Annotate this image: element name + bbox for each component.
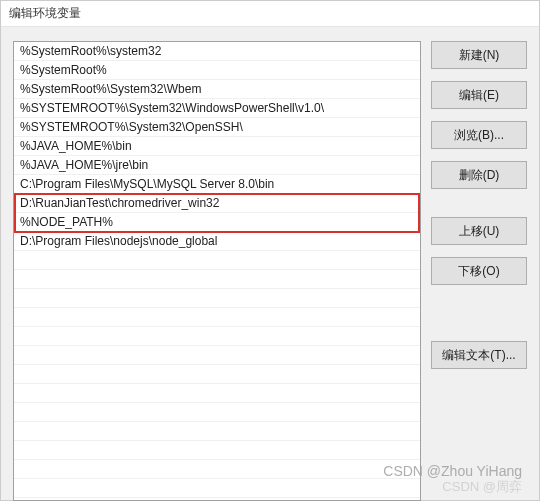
- list-item[interactable]: [14, 422, 420, 441]
- list-item[interactable]: [14, 384, 420, 403]
- window-title: 编辑环境变量: [9, 5, 81, 22]
- edit-text-button[interactable]: 编辑文本(T)...: [431, 341, 527, 369]
- env-var-list[interactable]: %SystemRoot%\system32%SystemRoot%%System…: [13, 41, 421, 501]
- button-column: 新建(N) 编辑(E) 浏览(B)... 删除(D) 上移(U) 下移(O) 编…: [431, 41, 527, 501]
- list-item[interactable]: [14, 460, 420, 479]
- list-item[interactable]: [14, 270, 420, 289]
- list-item[interactable]: %SystemRoot%: [14, 61, 420, 80]
- list-item[interactable]: C:\Program Files\MySQL\MySQL Server 8.0\…: [14, 175, 420, 194]
- list-item[interactable]: %NODE_PATH%: [14, 213, 420, 232]
- browse-button[interactable]: 浏览(B)...: [431, 121, 527, 149]
- delete-button[interactable]: 删除(D): [431, 161, 527, 189]
- list-item[interactable]: D:\Program Files\nodejs\node_global: [14, 232, 420, 251]
- list-item[interactable]: D:\RuanJianTest\chromedriver_win32: [14, 194, 420, 213]
- move-up-button[interactable]: 上移(U): [431, 217, 527, 245]
- content-area: %SystemRoot%\system32%SystemRoot%%System…: [1, 27, 539, 501]
- list-item[interactable]: [14, 441, 420, 460]
- titlebar: 编辑环境变量: [1, 1, 539, 27]
- edit-button[interactable]: 编辑(E): [431, 81, 527, 109]
- spacer: [431, 201, 527, 205]
- list-item[interactable]: %SystemRoot%\System32\Wbem: [14, 80, 420, 99]
- list-item[interactable]: %SystemRoot%\system32: [14, 42, 420, 61]
- list-item[interactable]: [14, 289, 420, 308]
- new-button[interactable]: 新建(N): [431, 41, 527, 69]
- list-item[interactable]: [14, 327, 420, 346]
- list-item[interactable]: [14, 479, 420, 498]
- dialog-window: 编辑环境变量 %SystemRoot%\system32%SystemRoot%…: [0, 0, 540, 501]
- list-item[interactable]: [14, 365, 420, 384]
- list-item[interactable]: [14, 308, 420, 327]
- spacer: [431, 297, 527, 329]
- move-down-button[interactable]: 下移(O): [431, 257, 527, 285]
- list-item[interactable]: %JAVA_HOME%\bin: [14, 137, 420, 156]
- list-item[interactable]: %SYSTEMROOT%\System32\WindowsPowerShell\…: [14, 99, 420, 118]
- list-item[interactable]: [14, 346, 420, 365]
- list-item[interactable]: [14, 251, 420, 270]
- list-item[interactable]: [14, 403, 420, 422]
- list-item[interactable]: %SYSTEMROOT%\System32\OpenSSH\: [14, 118, 420, 137]
- list-item[interactable]: %JAVA_HOME%\jre\bin: [14, 156, 420, 175]
